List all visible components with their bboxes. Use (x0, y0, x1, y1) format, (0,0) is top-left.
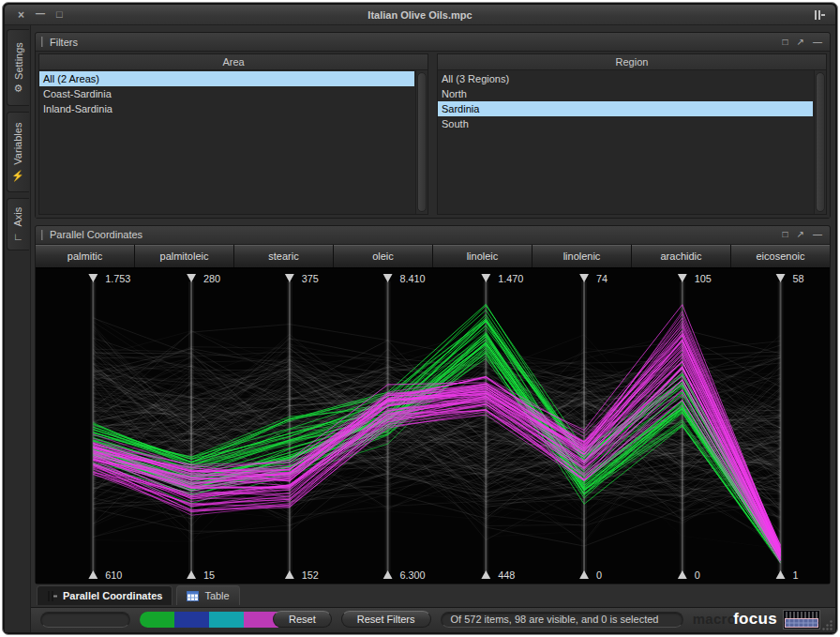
filters-panel-header[interactable]: Filters □ ↗ — (36, 33, 830, 52)
resize-grip[interactable] (822, 619, 833, 630)
axis-min-label: 610 (105, 569, 122, 581)
axis-max-label: 1.753 (105, 273, 130, 284)
region-list-scrollbar[interactable] (814, 70, 826, 214)
panel-maximize-icon[interactable]: □ (783, 230, 788, 239)
axis-min-label: 15 (203, 569, 215, 581)
axis-max-label: 105 (695, 273, 712, 284)
gear-icon: ⚙ (13, 83, 22, 95)
axis-max-label: 280 (203, 273, 220, 284)
logo-thumbnail-icon (783, 610, 820, 629)
list-item[interactable]: Sardinia (438, 101, 813, 116)
axis-button-palmitic[interactable]: palmitic (36, 245, 134, 267)
panel-maximize-icon[interactable]: □ (783, 38, 788, 47)
axis-max-label: 1.470 (498, 273, 523, 284)
axis-button-arachidic[interactable]: arachidic (632, 245, 730, 267)
lightning-icon: ⚡ (11, 170, 24, 182)
area-list-rows: All (2 Areas)Coast-SardiniaInland-Sardin… (39, 70, 428, 214)
axis-max-label: 74 (596, 273, 608, 284)
reset-button[interactable]: Reset (273, 611, 332, 628)
axis-button-stearic[interactable]: stearic (234, 245, 333, 267)
list-item[interactable]: South (438, 116, 813, 131)
axis-button-oleic[interactable]: oleic (334, 245, 432, 267)
sidebar-tab-settings[interactable]: ⚙Settings (7, 29, 29, 106)
panel-minimize-icon[interactable]: — (813, 230, 822, 239)
table-icon (187, 591, 199, 601)
area-list-scrollbar[interactable] (415, 70, 428, 214)
legend-swatch[interactable] (209, 612, 244, 628)
panel-detach-icon[interactable]: ↗ (797, 38, 804, 47)
axis-button-palmitoleic[interactable]: palmitoleic (135, 245, 233, 267)
axis-icon: ∟ (13, 231, 23, 242)
filters-panel-title: Filters (50, 37, 78, 48)
area-filter-list: Area All (2 Areas)Coast-SardiniaInland-S… (38, 53, 428, 215)
axis-min-label: 152 (302, 569, 319, 581)
panel-grip (41, 230, 43, 240)
axis-min-label: 1 (792, 569, 798, 581)
legend-swatch[interactable] (174, 612, 209, 628)
tab-label: Table (204, 590, 229, 601)
region-list-rows: All (3 Regions)NorthSardiniaSouth (438, 70, 826, 214)
main-content: Filters □ ↗ — Area All (2 Areas)Coast-Sa… (31, 25, 835, 632)
title-bar[interactable]: × — □ Italian Olive Oils.mpc (5, 5, 835, 25)
region-list-header[interactable]: Region (438, 54, 826, 70)
axis-min-label: 0 (695, 569, 700, 581)
logo-suffix: focus (733, 610, 777, 628)
macrofocus-logo: macrofocus (693, 610, 820, 629)
axis-min-label: 448 (498, 569, 515, 581)
region-filter-list: Region All (3 Regions)NorthSardiniaSouth (437, 53, 827, 215)
view-tabs: Parallel Coordinates Table (35, 584, 831, 606)
panel-minimize-icon[interactable]: — (813, 38, 822, 47)
list-item[interactable]: All (3 Regions) (438, 71, 813, 86)
logo-prefix: macro (693, 611, 737, 627)
app-window: × — □ Italian Olive Oils.mpc ⚙Settings ⚡… (2, 2, 838, 635)
sidebar-tab-label: Variables (12, 122, 23, 164)
list-item[interactable]: Coast-Sardinia (39, 86, 414, 101)
axis-min-label: 0 (596, 569, 602, 581)
sidebar-tab-label: Settings (12, 42, 23, 80)
pcp-panel-header[interactable]: Parallel Coordinates □ ↗ — (36, 226, 830, 245)
pcp-panel-title: Parallel Coordinates (50, 229, 142, 240)
status-message-well: Of 572 items, 98 are visible, and 0 is s… (441, 612, 683, 628)
tab-label: Parallel Coordinates (63, 590, 162, 601)
legend-swatch[interactable] (140, 612, 174, 628)
sidebar-tab-variables[interactable]: ⚡Variables (7, 112, 29, 192)
color-legend[interactable] (140, 612, 278, 628)
sidebar-tab-label: Axis (12, 207, 23, 227)
status-text: Of 572 items, 98 are visible, and 0 is s… (451, 614, 659, 625)
list-item[interactable]: All (2 Areas) (39, 71, 414, 86)
parallel-coordinates-panel: Parallel Coordinates □ ↗ — palmiticpalmi… (35, 225, 831, 584)
axis-button-linoleic[interactable]: linoleic (433, 245, 532, 267)
panel-detach-icon[interactable]: ↗ (797, 230, 804, 239)
axis-min-label: 6.300 (399, 569, 425, 581)
tab-parallel-coordinates[interactable]: Parallel Coordinates (37, 585, 172, 605)
sidebar-tabstrip: ⚙Settings ⚡Variables ∟Axis (5, 25, 31, 632)
color-legend-group: Reset (140, 612, 332, 628)
reset-filters-button[interactable]: Reset Filters (341, 611, 431, 628)
axis-button-eicosenoic[interactable]: eicosenoic (731, 245, 830, 267)
panel-grip (41, 37, 43, 47)
scrollbar-thumb[interactable] (816, 72, 825, 212)
axis-button-linolenic[interactable]: linolenic (532, 245, 631, 267)
sidebar-tab-axis[interactable]: ∟Axis (7, 198, 29, 250)
axis-max-label: 58 (792, 273, 803, 284)
pcp-plot-svg: 1.753610280153751528.4106.3001.470448740… (36, 268, 830, 584)
window-title: Italian Olive Oils.mpc (5, 9, 835, 21)
axis-max-label: 375 (302, 273, 319, 284)
axis-header-row: palmiticpalmitoleicstearicoleiclinoleicl… (36, 245, 830, 268)
status-left-well (40, 612, 130, 628)
parallel-coordinates-icon (47, 591, 57, 601)
axis-max-label: 8.410 (399, 273, 425, 284)
scrollbar-thumb[interactable] (417, 72, 427, 212)
tab-table[interactable]: Table (176, 585, 239, 605)
area-list-header[interactable]: Area (39, 54, 428, 70)
filters-panel: Filters □ ↗ — Area All (2 Areas)Coast-Sa… (35, 32, 831, 219)
status-bar: Reset Reset Filters Of 572 items, 98 are… (31, 607, 835, 632)
list-item[interactable]: North (438, 86, 813, 101)
pcp-plot-area[interactable]: 1.753610280153751528.4106.3001.470448740… (36, 268, 830, 584)
list-item[interactable]: Inland-Sardinia (39, 101, 414, 116)
